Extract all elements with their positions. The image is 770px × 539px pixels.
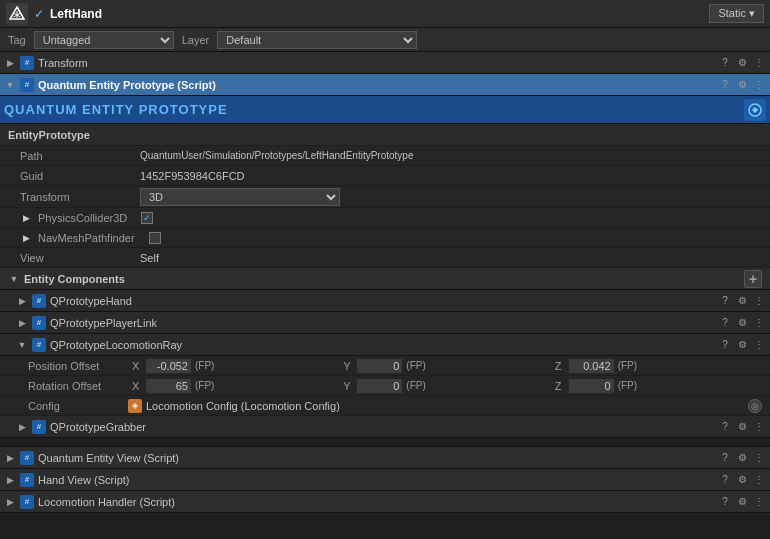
quantum-script-row: ▼ # Quantum Entity Prototype (Script) ? … [0, 74, 770, 96]
locomotion-icon: # [32, 338, 46, 352]
qprototype-hand-row: ▶ # QPrototypeHand ? ⚙ ⋮ [0, 290, 770, 312]
rotation-z-field: Z (FP) [555, 379, 762, 393]
locomotion-help-icon[interactable]: ? [718, 338, 732, 352]
pos-z-input[interactable] [569, 359, 614, 373]
pos-x-axis: X [132, 360, 144, 372]
locomotion-handler-script-row: ▶ # Locomotion Handler (Script) ? ⚙ ⋮ [0, 491, 770, 513]
quantum-expand[interactable]: ▼ [4, 79, 16, 91]
position-y-field: Y (FP) [343, 359, 550, 373]
view-row: View Self [0, 248, 770, 268]
hand-expand[interactable]: ▶ [16, 295, 28, 307]
layer-label: Layer [182, 34, 210, 46]
transform-help-icon[interactable]: ? [718, 56, 732, 70]
locomotion-menu-icon[interactable]: ⋮ [752, 338, 766, 352]
locomotion-handler-help-icon[interactable]: ? [718, 495, 732, 509]
locomotion-name: QPrototypeLocomotionRay [50, 339, 714, 351]
config-label: Config [28, 400, 128, 412]
quantum-view-script-row: ▶ # Quantum Entity View (Script) ? ⚙ ⋮ [0, 447, 770, 469]
top-bar: ✓ LeftHand Static ▾ [0, 0, 770, 28]
rot-x-axis: X [132, 380, 144, 392]
locomotion-handler-menu-icon[interactable]: ⋮ [752, 495, 766, 509]
transform-settings-icon[interactable]: ⚙ [735, 56, 749, 70]
rot-z-input[interactable] [569, 379, 614, 393]
transform-icon: # [20, 56, 34, 70]
entity-prototype-label: EntityPrototype [8, 129, 90, 141]
hand-settings-icon[interactable]: ⚙ [735, 294, 749, 308]
playerlink-help-icon[interactable]: ? [718, 316, 732, 330]
rot-y-input[interactable] [357, 379, 402, 393]
hand-view-menu-icon[interactable]: ⋮ [752, 473, 766, 487]
config-text: Locomotion Config (Locomotion Config) [146, 400, 340, 412]
quantum-view-help-icon[interactable]: ? [718, 451, 732, 465]
quantum-view-settings-icon[interactable]: ⚙ [735, 451, 749, 465]
locomotion-expand[interactable]: ▼ [16, 339, 28, 351]
grabber-menu-icon[interactable]: ⋮ [752, 420, 766, 434]
transform-dropdown[interactable]: 3D [140, 188, 340, 206]
locomotion-handler-expand[interactable]: ▶ [4, 496, 16, 508]
hand-view-icon: # [20, 473, 34, 487]
static-button[interactable]: Static ▾ [709, 4, 764, 23]
grabber-icon: # [32, 420, 46, 434]
pos-z-axis: Z [555, 360, 567, 372]
quantum-help-icon[interactable]: ? [718, 78, 732, 92]
locomotion-settings-icon[interactable]: ⚙ [735, 338, 749, 352]
locomotion-handler-settings-icon[interactable]: ⚙ [735, 495, 749, 509]
hand-menu-icon[interactable]: ⋮ [752, 294, 766, 308]
quantum-right-icons: ? ⚙ ⋮ [718, 78, 766, 92]
config-object-icon: ◈ [128, 399, 142, 413]
rot-x-input[interactable] [146, 379, 191, 393]
config-row: Config ◈ Locomotion Config (Locomotion C… [0, 396, 770, 416]
quantum-title: QUANTUM ENTITY PROTOTYPE [4, 102, 736, 117]
active-checkbox[interactable]: ✓ [34, 7, 44, 21]
hand-view-help-icon[interactable]: ? [718, 473, 732, 487]
pos-y-input[interactable] [357, 359, 402, 373]
hand-view-expand[interactable]: ▶ [4, 474, 16, 486]
quantum-header-row: QUANTUM ENTITY PROTOTYPE [0, 96, 770, 124]
main-content: ▶ # Transform ? ⚙ ⋮ ▼ # Quantum Entity P… [0, 52, 770, 539]
quantum-comp-name: Quantum Entity Prototype (Script) [38, 79, 714, 91]
layer-dropdown[interactable]: Default [217, 31, 417, 49]
rot-y-fp: (FP) [404, 380, 427, 391]
physics-expand[interactable]: ▶ [20, 212, 32, 224]
pos-x-input[interactable] [146, 359, 191, 373]
qprototype-playerlink-row: ▶ # QPrototypePlayerLink ? ⚙ ⋮ [0, 312, 770, 334]
entity-prototype-header: EntityPrototype [0, 124, 770, 146]
quantum-menu-icon[interactable]: ⋮ [752, 78, 766, 92]
entity-components-expand[interactable]: ▼ [8, 273, 20, 285]
quantum-badge-icon [744, 99, 766, 121]
grabber-name: QPrototypeGrabber [50, 421, 714, 433]
quantum-view-expand[interactable]: ▶ [4, 452, 16, 464]
guid-label: Guid [20, 170, 140, 182]
hand-view-settings-icon[interactable]: ⚙ [735, 473, 749, 487]
view-label: View [20, 252, 140, 264]
config-select-btn[interactable]: ◎ [748, 399, 762, 413]
transform-expand[interactable]: ▶ [4, 57, 16, 69]
navmesh-expand[interactable]: ▶ [20, 232, 32, 244]
qprototype-grabber-row: ▶ # QPrototypeGrabber ? ⚙ ⋮ [0, 416, 770, 438]
playerlink-settings-icon[interactable]: ⚙ [735, 316, 749, 330]
locomotion-handler-name: Locomotion Handler (Script) [38, 496, 714, 508]
hand-help-icon[interactable]: ? [718, 294, 732, 308]
locomotion-handler-icon: # [20, 495, 34, 509]
transform-menu-icon[interactable]: ⋮ [752, 56, 766, 70]
navmesh-checkbox[interactable] [149, 232, 161, 244]
rotation-offset-row: Rotation Offset X (FP) Y (FP) Z (FP) [0, 376, 770, 396]
transform-component-row: ▶ # Transform ? ⚙ ⋮ [0, 52, 770, 74]
physics-checkbox[interactable]: ✓ [141, 212, 153, 224]
hand-icon: # [32, 294, 46, 308]
grabber-settings-icon[interactable]: ⚙ [735, 420, 749, 434]
playerlink-menu-icon[interactable]: ⋮ [752, 316, 766, 330]
content-area: EntityPrototype Path QuantumUser/Simulat… [0, 124, 770, 438]
playerlink-expand[interactable]: ▶ [16, 317, 28, 329]
path-label: Path [20, 150, 140, 162]
qprototype-locomotion-row: ▼ # QPrototypeLocomotionRay ? ⚙ ⋮ [0, 334, 770, 356]
pos-y-fp: (FP) [404, 360, 427, 371]
tag-dropdown[interactable]: Untagged [34, 31, 174, 49]
add-component-button[interactable]: + [744, 270, 762, 288]
quantum-settings-icon[interactable]: ⚙ [735, 78, 749, 92]
grabber-expand[interactable]: ▶ [16, 421, 28, 433]
rotation-x-field: X (FP) [132, 379, 339, 393]
grabber-help-icon[interactable]: ? [718, 420, 732, 434]
pos-y-axis: Y [343, 360, 355, 372]
quantum-view-menu-icon[interactable]: ⋮ [752, 451, 766, 465]
